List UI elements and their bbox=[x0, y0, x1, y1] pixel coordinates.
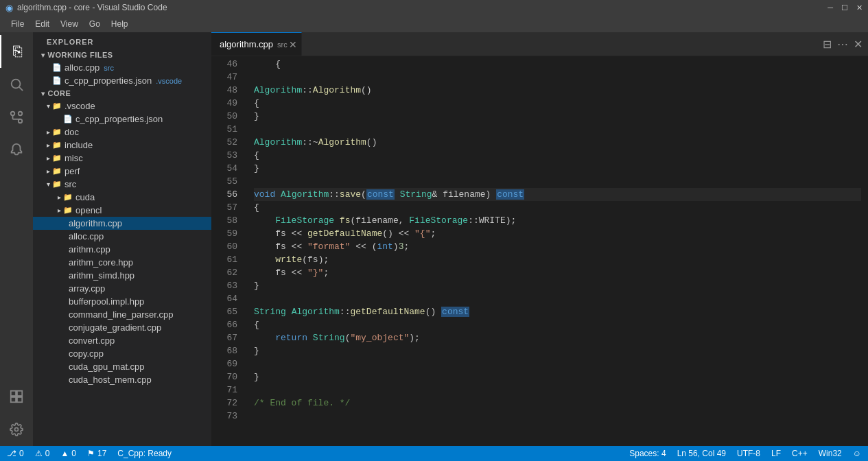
chevron-right-icon: ▸ bbox=[47, 128, 50, 136]
close-button[interactable]: ✕ bbox=[856, 3, 863, 12]
working-file-alloc[interactable]: 📄 alloc.cpp src bbox=[33, 61, 211, 74]
file-label: arithm_simd.hpp bbox=[69, 270, 134, 281]
folder-cuda[interactable]: ▸ 📁 cuda bbox=[33, 191, 211, 204]
working-file-cprops[interactable]: 📄 c_cpp_properties.json .vscode bbox=[33, 74, 211, 87]
menu-edit[interactable]: Edit bbox=[30, 18, 55, 30]
file-arithm-simd-hpp[interactable]: arithm_simd.hpp bbox=[33, 269, 211, 282]
folder-src[interactable]: ▾ 📁 src bbox=[33, 178, 211, 191]
editor: 4647484950 5152535455 5657585960 6162636… bbox=[211, 56, 868, 446]
split-editor-icon[interactable]: ⊟ bbox=[823, 38, 832, 51]
folder-opencl[interactable]: ▸ 📁 opencl bbox=[33, 204, 211, 217]
debug-icon[interactable] bbox=[0, 134, 33, 167]
explorer-icon[interactable]: ⎘ bbox=[0, 35, 33, 68]
maximize-button[interactable]: ☐ bbox=[841, 3, 848, 12]
code-line bbox=[254, 292, 861, 305]
close-panel-icon[interactable]: ✕ bbox=[854, 38, 863, 51]
line-endings[interactable]: LF bbox=[770, 449, 782, 458]
menu-view[interactable]: View bbox=[55, 18, 84, 30]
file-label: bufferpool.impl.hpp bbox=[69, 296, 144, 307]
file-label: arithm.cpp bbox=[69, 244, 110, 255]
warning-icon: ▲ bbox=[60, 449, 69, 458]
file-cuda-gpu-mat-cpp[interactable]: cuda_gpu_mat.cpp bbox=[33, 360, 211, 373]
cpp-status[interactable]: C_Cpp: Ready bbox=[116, 449, 173, 458]
file-copy-cpp[interactable]: copy.cpp bbox=[33, 347, 211, 360]
bell-icon: ⚑ bbox=[87, 449, 95, 458]
smiley-icon: ☺ bbox=[853, 449, 861, 458]
file-cprops2[interactable]: 📄 c_cpp_properties.json bbox=[33, 113, 211, 126]
platform[interactable]: Win32 bbox=[817, 449, 843, 458]
minimize-button[interactable]: ─ bbox=[828, 3, 833, 12]
close-tab-icon[interactable]: ✕ bbox=[289, 39, 297, 50]
file-badge: .vscode bbox=[156, 77, 182, 85]
notification-count[interactable]: ⚑ 17 bbox=[86, 449, 108, 458]
file-algorithm-cpp[interactable]: algorithm.cpp bbox=[33, 217, 211, 230]
status-bar: ⎇ 0 ⚠ 0 ▲ 0 ⚑ 17 C_Cpp: Ready Spaces: 4 … bbox=[0, 446, 868, 461]
cursor-position[interactable]: Ln 56, Col 49 bbox=[676, 449, 727, 458]
code-line: void Algorithm::save(const String& filen… bbox=[254, 188, 861, 201]
menu-file[interactable]: File bbox=[5, 18, 30, 30]
tab-bar: algorithm.cpp src ✕ ⊟ ⋯ ✕ bbox=[211, 32, 868, 56]
title-bar: ◉ algorithm.cpp - core - Visual Studio C… bbox=[0, 0, 868, 15]
folder-label: cuda bbox=[75, 192, 95, 202]
code-line: return String("my_object"); bbox=[254, 331, 861, 344]
source-control-icon[interactable] bbox=[0, 101, 33, 134]
core-label: Core bbox=[48, 89, 71, 97]
code-line bbox=[254, 123, 861, 136]
code-line: { bbox=[254, 149, 861, 162]
folder-icon: 📁 bbox=[52, 180, 62, 189]
file-arithm-core-hpp[interactable]: arithm_core.hpp bbox=[33, 256, 211, 269]
file-label: command_line_parser.cpp bbox=[69, 309, 173, 320]
code-line bbox=[254, 175, 861, 188]
folder-icon: 📁 bbox=[63, 193, 73, 202]
code-line bbox=[254, 71, 861, 84]
warning-count[interactable]: ▲ 0 bbox=[59, 449, 78, 458]
working-files-section[interactable]: ▾ Working Files bbox=[33, 49, 211, 61]
file-alloc-cpp[interactable]: alloc.cpp bbox=[33, 230, 211, 243]
file-array-cpp[interactable]: array.cpp bbox=[33, 282, 211, 295]
code-line bbox=[254, 410, 861, 423]
file-bufferpool-hpp[interactable]: bufferpool.impl.hpp bbox=[33, 295, 211, 308]
settings-icon[interactable] bbox=[0, 413, 33, 446]
spaces-indicator[interactable]: Spaces: 4 bbox=[628, 449, 667, 458]
core-section[interactable]: ▾ Core bbox=[33, 87, 211, 99]
search-icon[interactable] bbox=[0, 68, 33, 101]
folder-doc[interactable]: ▸ 📁 doc bbox=[33, 126, 211, 139]
svg-point-4 bbox=[19, 112, 23, 116]
code-line: } bbox=[254, 279, 861, 292]
code-line: } bbox=[254, 344, 861, 357]
code-line: fs << "format" << (int)3; bbox=[254, 240, 861, 253]
code-editor[interactable]: { Algorithm::Algorithm() { } Algorithm::… bbox=[246, 56, 861, 446]
file-convert-cpp[interactable]: convert.cpp bbox=[33, 334, 211, 347]
folder-icon: 📁 bbox=[52, 167, 62, 176]
git-icon[interactable]: ⎇ 0 bbox=[5, 449, 25, 458]
code-line: FileStorage fs(filename, FileStorage::WR… bbox=[254, 214, 861, 227]
folder-vscode[interactable]: ▾ 📁 .vscode bbox=[33, 99, 211, 113]
encoding-label: UTF-8 bbox=[737, 449, 760, 458]
encoding[interactable]: UTF-8 bbox=[736, 449, 762, 458]
folder-misc[interactable]: ▸ 📁 misc bbox=[33, 152, 211, 165]
menu-go[interactable]: Go bbox=[84, 18, 106, 30]
app-icon: ◉ bbox=[5, 3, 13, 13]
file-icon: 📄 bbox=[63, 115, 73, 123]
folder-perf[interactable]: ▸ 📁 perf bbox=[33, 165, 211, 178]
file-label: cuda_gpu_mat.cpp bbox=[69, 362, 145, 372]
file-conjugate-cpp[interactable]: conjugate_gradient.cpp bbox=[33, 321, 211, 334]
folder-include[interactable]: ▸ 📁 include bbox=[33, 139, 211, 152]
language-mode[interactable]: C++ bbox=[790, 449, 809, 458]
tab-path-badge: src bbox=[277, 40, 288, 49]
menu-help[interactable]: Help bbox=[106, 18, 134, 30]
window-controls: ─ ☐ ✕ bbox=[828, 3, 863, 12]
file-command-line-cpp[interactable]: command_line_parser.cpp bbox=[33, 308, 211, 321]
error-count[interactable]: ⚠ 0 bbox=[34, 449, 51, 458]
status-right: Spaces: 4 Ln 56, Col 49 UTF-8 LF C++ Win… bbox=[628, 449, 863, 458]
chevron-right-icon: ▸ bbox=[47, 154, 50, 162]
sidebar-content: ▾ Working Files 📄 alloc.cpp src 📄 c_cpp_… bbox=[33, 49, 211, 446]
file-cuda-host-mem-cpp[interactable]: cuda_host_mem.cpp bbox=[33, 373, 211, 386]
chevron-right-icon: ▸ bbox=[47, 167, 50, 175]
file-arithm-cpp[interactable]: arithm.cpp bbox=[33, 243, 211, 256]
tab-algorithm-cpp[interactable]: algorithm.cpp src ✕ bbox=[211, 32, 302, 56]
extensions-icon[interactable] bbox=[0, 380, 33, 413]
code-line: { bbox=[254, 97, 861, 110]
more-actions-icon[interactable]: ⋯ bbox=[837, 38, 848, 51]
feedback-icon[interactable]: ☺ bbox=[852, 449, 863, 458]
